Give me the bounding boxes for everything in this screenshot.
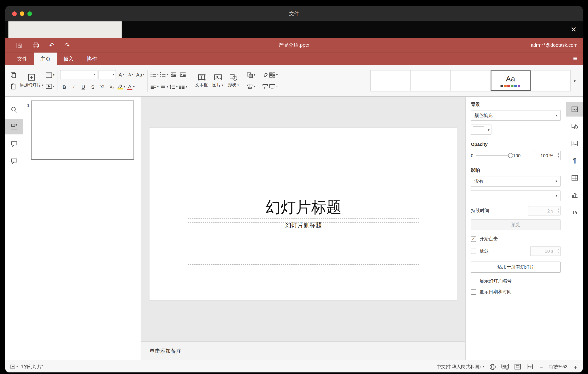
slide-size-icon[interactable]: ▾ bbox=[269, 82, 278, 91]
opacity-value: 100 % bbox=[540, 153, 553, 158]
subtitle-placeholder[interactable]: 幻灯片副标题 bbox=[188, 218, 419, 265]
notes-area[interactable]: 单击添加备注 bbox=[141, 341, 465, 360]
copy-icon[interactable] bbox=[9, 70, 17, 80]
menu-tab-bar: 文件 主页 插入 协作 ≡ bbox=[5, 53, 583, 65]
redo-icon[interactable]: ↷ bbox=[64, 41, 70, 49]
theme-tile[interactable] bbox=[531, 70, 570, 91]
numbering-icon[interactable]: ▾ bbox=[160, 70, 168, 79]
print-icon[interactable] bbox=[32, 42, 39, 49]
font-name-combo[interactable]: ▾ bbox=[60, 70, 97, 79]
minimize-traffic-button[interactable] bbox=[20, 11, 24, 16]
line-spacing-icon[interactable]: ▾ bbox=[169, 82, 178, 91]
superscript-button[interactable]: X² bbox=[98, 82, 106, 91]
subscript-button[interactable]: X₂ bbox=[108, 82, 116, 91]
image-settings-icon[interactable] bbox=[566, 136, 583, 151]
vertical-align-icon[interactable]: ▾ bbox=[160, 82, 168, 91]
tab-insert[interactable]: 插入 bbox=[57, 53, 80, 65]
horizontal-align-icon[interactable]: ▾ bbox=[150, 82, 159, 91]
opacity-slider[interactable] bbox=[476, 155, 511, 156]
slide-layout-icon[interactable]: ▾ bbox=[46, 70, 54, 80]
insert-textbox-button[interactable]: 文本框 bbox=[193, 65, 210, 96]
fit-width-icon[interactable] bbox=[526, 364, 533, 370]
feedback-icon[interactable] bbox=[5, 154, 23, 169]
close-icon[interactable]: ✕ bbox=[571, 25, 577, 34]
zoom-in-icon[interactable]: + bbox=[573, 363, 578, 370]
insert-image-button[interactable]: 图片▾ bbox=[210, 65, 226, 96]
underline-button[interactable]: U bbox=[79, 82, 87, 91]
theme-gallery: Aa ▾ bbox=[370, 70, 579, 91]
theme-tile[interactable] bbox=[371, 70, 411, 91]
show-date-time-checkbox[interactable] bbox=[471, 289, 476, 295]
slide-settings-icon[interactable] bbox=[566, 102, 583, 117]
bold-button[interactable]: B bbox=[60, 82, 68, 91]
opacity-slider-knob[interactable] bbox=[508, 153, 513, 158]
slide-editor[interactable]: 幻灯片标题 幻灯片副标题 bbox=[149, 128, 457, 300]
language-selector[interactable]: 中文(中华人民共和国) ▾ bbox=[437, 363, 484, 370]
paste-icon[interactable] bbox=[9, 82, 17, 91]
bullets-icon[interactable]: ▾ bbox=[150, 70, 159, 79]
apply-to-all-slides-button[interactable]: 适用于所有幻灯片 bbox=[471, 262, 561, 273]
insert-shape-button[interactable]: 形状▾ bbox=[226, 65, 241, 96]
effect-select[interactable]: 没有 ▾ bbox=[471, 176, 561, 187]
delay-checkbox[interactable] bbox=[471, 249, 476, 254]
close-traffic-button[interactable] bbox=[12, 11, 17, 16]
delay-spinner: 10 s ▴▾ bbox=[530, 246, 560, 256]
increase-indent-icon[interactable] bbox=[179, 70, 187, 79]
background-fill-select[interactable]: 颜色填充 ▾ bbox=[471, 110, 561, 121]
maximize-traffic-button[interactable] bbox=[28, 11, 32, 16]
italic-button[interactable]: I bbox=[70, 82, 78, 91]
undo-icon[interactable]: ↶ bbox=[49, 41, 54, 49]
clipboard-group bbox=[9, 65, 17, 96]
zoom-out-icon[interactable]: − bbox=[539, 363, 544, 370]
start-slideshow-status-icon[interactable]: ▾ bbox=[10, 364, 18, 370]
shape-settings-icon[interactable] bbox=[566, 119, 583, 134]
slides-panel-icon[interactable] bbox=[5, 119, 23, 134]
highlight-color-icon[interactable]: ▾ bbox=[117, 82, 125, 91]
font-size-combo[interactable]: ▾ bbox=[98, 70, 116, 79]
copy-style-icon[interactable] bbox=[261, 82, 269, 91]
arrange-group: ▾ ▾ bbox=[247, 65, 255, 96]
menu-icon[interactable]: ≡ bbox=[573, 54, 578, 63]
duration-row: 持续时间 2 s ▴▾ bbox=[471, 206, 561, 216]
theme-tile[interactable] bbox=[451, 70, 491, 91]
show-slide-number-checkbox[interactable] bbox=[471, 278, 476, 284]
document-language-icon[interactable] bbox=[490, 363, 496, 370]
spellcheck-icon[interactable] bbox=[501, 364, 509, 370]
background-color-picker[interactable]: ▾ bbox=[471, 125, 492, 135]
theme-tile-selected[interactable]: Aa bbox=[491, 70, 531, 91]
start-slideshow-icon[interactable]: ▾ bbox=[46, 82, 54, 91]
screen: 文件 ✕ ↶ ↷ 产品介绍.pptx adm***@dootask.com 文件… bbox=[0, 0, 588, 374]
chart-settings-icon[interactable] bbox=[566, 188, 583, 202]
traffic-lights bbox=[12, 11, 32, 16]
theme-tile[interactable] bbox=[411, 70, 451, 91]
comments-icon[interactable] bbox=[5, 136, 23, 152]
columns-icon[interactable]: ▾ bbox=[179, 82, 187, 91]
decrease-indent-icon[interactable] bbox=[169, 70, 178, 79]
tab-collaboration[interactable]: 协作 bbox=[80, 53, 104, 65]
align-shapes-icon[interactable]: ▾ bbox=[247, 82, 255, 91]
fit-slide-icon[interactable] bbox=[514, 364, 521, 370]
paragraph-settings-icon[interactable]: ¶ bbox=[566, 154, 583, 168]
start-on-click-checkbox[interactable]: ✓ bbox=[471, 236, 476, 242]
opacity-spinner[interactable]: 100 % ▴▾ bbox=[534, 151, 560, 160]
title-placeholder[interactable]: 幻灯片标题 bbox=[188, 156, 419, 223]
arrange-shapes-icon[interactable]: ▾ bbox=[247, 70, 255, 80]
search-icon[interactable] bbox=[5, 102, 23, 117]
theme-colors bbox=[500, 85, 520, 87]
decrease-font-icon[interactable]: A▾ bbox=[127, 70, 135, 79]
color-scheme-icon[interactable]: ▾ bbox=[269, 70, 278, 80]
editor-header: ↶ ↷ 产品介绍.pptx adm***@dootask.com bbox=[5, 38, 583, 53]
tab-file[interactable]: 文件 bbox=[11, 53, 34, 65]
save-icon[interactable] bbox=[16, 42, 22, 49]
add-slide-button[interactable]: 添加幻灯片▾ bbox=[17, 65, 46, 96]
table-settings-icon[interactable] bbox=[566, 171, 583, 185]
increase-font-icon[interactable]: A▴ bbox=[117, 70, 125, 79]
clear-style-icon[interactable] bbox=[261, 70, 269, 80]
tab-home[interactable]: 主页 bbox=[34, 53, 57, 65]
change-case-icon[interactable]: Aa▾ bbox=[136, 70, 145, 79]
font-color-icon[interactable]: A ▾ bbox=[127, 82, 135, 91]
theme-gallery-expand-icon[interactable]: ▾ bbox=[571, 70, 579, 91]
textart-settings-icon[interactable]: Ta bbox=[566, 205, 583, 220]
slide-thumbnail[interactable] bbox=[31, 100, 134, 160]
strikethrough-button[interactable]: S bbox=[89, 82, 97, 91]
